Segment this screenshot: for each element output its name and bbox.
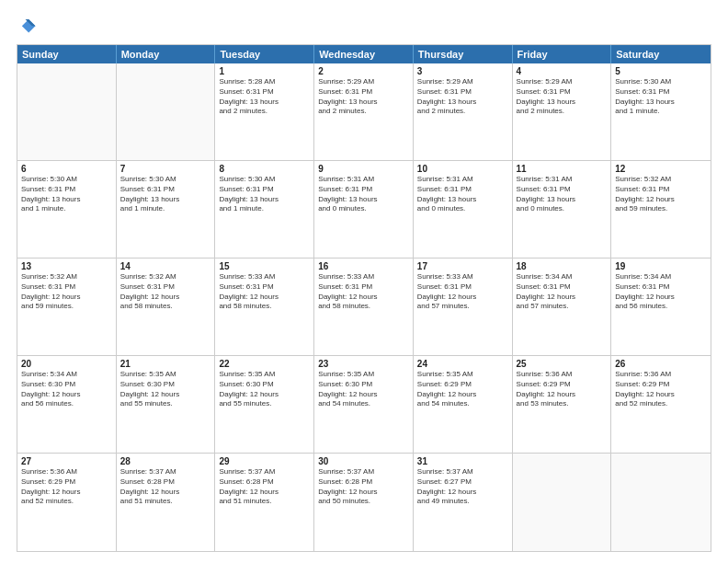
day-info: Sunrise: 5:30 AM Sunset: 6:31 PM Dayligh…: [21, 175, 112, 214]
day-cell-5: 5Sunrise: 5:30 AM Sunset: 6:31 PM Daylig…: [611, 63, 711, 160]
day-number: 31: [417, 456, 508, 466]
calendar-header: SundayMondayTuesdayWednesdayThursdayFrid…: [17, 45, 711, 63]
empty-cell: [611, 454, 711, 551]
day-cell-20: 20Sunrise: 5:34 AM Sunset: 6:30 PM Dayli…: [17, 356, 117, 453]
week-row-4: 20Sunrise: 5:34 AM Sunset: 6:30 PM Dayli…: [17, 356, 711, 454]
day-info: Sunrise: 5:31 AM Sunset: 6:31 PM Dayligh…: [318, 175, 409, 214]
day-info: Sunrise: 5:32 AM Sunset: 6:31 PM Dayligh…: [615, 175, 707, 214]
week-row-3: 13Sunrise: 5:32 AM Sunset: 6:31 PM Dayli…: [17, 259, 711, 356]
page: SundayMondayTuesdayWednesdayThursdayFrid…: [0, 0, 728, 563]
day-info: Sunrise: 5:30 AM Sunset: 6:31 PM Dayligh…: [219, 175, 310, 214]
day-cell-1: 1Sunrise: 5:28 AM Sunset: 6:31 PM Daylig…: [215, 63, 314, 160]
week-row-2: 6Sunrise: 5:30 AM Sunset: 6:31 PM Daylig…: [17, 161, 711, 259]
day-info: Sunrise: 5:33 AM Sunset: 6:31 PM Dayligh…: [318, 272, 409, 312]
day-number: 30: [318, 456, 409, 466]
day-number: 2: [318, 66, 409, 76]
day-number: 23: [318, 359, 409, 369]
week-row-1: 1Sunrise: 5:28 AM Sunset: 6:31 PM Daylig…: [17, 63, 711, 161]
day-cell-26: 26Sunrise: 5:36 AM Sunset: 6:29 PM Dayli…: [611, 356, 711, 453]
day-number: 12: [615, 164, 707, 174]
day-number: 15: [219, 261, 310, 271]
day-number: 29: [219, 456, 310, 466]
day-number: 19: [615, 261, 707, 271]
day-cell-15: 15Sunrise: 5:33 AM Sunset: 6:31 PM Dayli…: [215, 259, 314, 355]
day-cell-4: 4Sunrise: 5:29 AM Sunset: 6:31 PM Daylig…: [513, 63, 612, 160]
day-number: 7: [120, 164, 211, 174]
day-number: 8: [219, 164, 310, 174]
day-cell-9: 9Sunrise: 5:31 AM Sunset: 6:31 PM Daylig…: [314, 161, 414, 258]
day-number: 6: [21, 164, 112, 174]
calendar: SundayMondayTuesdayWednesdayThursdayFrid…: [17, 44, 711, 552]
empty-cell: [513, 454, 612, 551]
day-info: Sunrise: 5:29 AM Sunset: 6:31 PM Dayligh…: [318, 77, 409, 117]
day-number: 25: [517, 359, 608, 369]
day-number: 17: [417, 261, 508, 271]
day-number: 24: [417, 359, 508, 369]
day-number: 9: [318, 164, 409, 174]
day-cell-30: 30Sunrise: 5:37 AM Sunset: 6:28 PM Dayli…: [314, 454, 414, 551]
day-info: Sunrise: 5:37 AM Sunset: 6:27 PM Dayligh…: [417, 467, 508, 507]
day-cell-11: 11Sunrise: 5:31 AM Sunset: 6:31 PM Dayli…: [513, 161, 612, 258]
day-cell-10: 10Sunrise: 5:31 AM Sunset: 6:31 PM Dayli…: [414, 161, 513, 258]
day-number: 4: [517, 66, 608, 76]
day-info: Sunrise: 5:35 AM Sunset: 6:30 PM Dayligh…: [120, 370, 211, 409]
day-cell-3: 3Sunrise: 5:29 AM Sunset: 6:31 PM Daylig…: [414, 63, 513, 160]
day-info: Sunrise: 5:33 AM Sunset: 6:31 PM Dayligh…: [219, 272, 310, 312]
day-info: Sunrise: 5:34 AM Sunset: 6:31 PM Dayligh…: [517, 272, 608, 312]
day-cell-25: 25Sunrise: 5:36 AM Sunset: 6:29 PM Dayli…: [513, 356, 612, 453]
header-day-tuesday: Tuesday: [215, 45, 314, 63]
header-day-wednesday: Wednesday: [314, 45, 414, 63]
day-cell-23: 23Sunrise: 5:35 AM Sunset: 6:30 PM Dayli…: [314, 356, 414, 453]
day-cell-13: 13Sunrise: 5:32 AM Sunset: 6:31 PM Dayli…: [17, 259, 117, 355]
day-info: Sunrise: 5:31 AM Sunset: 6:31 PM Dayligh…: [417, 175, 508, 214]
day-info: Sunrise: 5:35 AM Sunset: 6:29 PM Dayligh…: [417, 370, 508, 409]
day-info: Sunrise: 5:36 AM Sunset: 6:29 PM Dayligh…: [21, 467, 112, 507]
day-cell-7: 7Sunrise: 5:30 AM Sunset: 6:31 PM Daylig…: [117, 161, 216, 258]
day-info: Sunrise: 5:35 AM Sunset: 6:30 PM Dayligh…: [318, 370, 409, 409]
day-info: Sunrise: 5:37 AM Sunset: 6:28 PM Dayligh…: [120, 467, 211, 507]
day-cell-22: 22Sunrise: 5:35 AM Sunset: 6:30 PM Dayli…: [215, 356, 314, 453]
day-cell-16: 16Sunrise: 5:33 AM Sunset: 6:31 PM Dayli…: [314, 259, 414, 355]
day-number: 3: [417, 66, 508, 76]
day-number: 27: [21, 456, 112, 466]
day-cell-29: 29Sunrise: 5:37 AM Sunset: 6:28 PM Dayli…: [215, 454, 314, 551]
day-cell-2: 2Sunrise: 5:29 AM Sunset: 6:31 PM Daylig…: [314, 63, 414, 160]
empty-cell: [117, 63, 216, 160]
day-number: 1: [219, 66, 310, 76]
day-number: 22: [219, 359, 310, 369]
header-day-thursday: Thursday: [414, 45, 513, 63]
day-info: Sunrise: 5:34 AM Sunset: 6:31 PM Dayligh…: [615, 272, 707, 312]
day-number: 20: [21, 359, 112, 369]
day-cell-21: 21Sunrise: 5:35 AM Sunset: 6:30 PM Dayli…: [117, 356, 216, 453]
day-number: 16: [318, 261, 409, 271]
day-info: Sunrise: 5:32 AM Sunset: 6:31 PM Dayligh…: [120, 272, 211, 312]
calendar-body: 1Sunrise: 5:28 AM Sunset: 6:31 PM Daylig…: [17, 63, 711, 551]
day-number: 28: [120, 456, 211, 466]
day-cell-18: 18Sunrise: 5:34 AM Sunset: 6:31 PM Dayli…: [513, 259, 612, 355]
day-cell-8: 8Sunrise: 5:30 AM Sunset: 6:31 PM Daylig…: [215, 161, 314, 258]
day-number: 10: [417, 164, 508, 174]
day-info: Sunrise: 5:30 AM Sunset: 6:31 PM Dayligh…: [120, 175, 211, 214]
day-cell-19: 19Sunrise: 5:34 AM Sunset: 6:31 PM Dayli…: [611, 259, 711, 355]
day-info: Sunrise: 5:34 AM Sunset: 6:30 PM Dayligh…: [21, 370, 112, 409]
header-day-saturday: Saturday: [611, 45, 711, 63]
day-cell-31: 31Sunrise: 5:37 AM Sunset: 6:27 PM Dayli…: [414, 454, 513, 551]
day-number: 26: [615, 359, 707, 369]
day-number: 5: [615, 66, 707, 76]
day-info: Sunrise: 5:28 AM Sunset: 6:31 PM Dayligh…: [219, 77, 310, 117]
day-info: Sunrise: 5:37 AM Sunset: 6:28 PM Dayligh…: [219, 467, 310, 507]
day-info: Sunrise: 5:36 AM Sunset: 6:29 PM Dayligh…: [517, 370, 608, 409]
day-info: Sunrise: 5:30 AM Sunset: 6:31 PM Dayligh…: [615, 77, 707, 117]
day-info: Sunrise: 5:32 AM Sunset: 6:31 PM Dayligh…: [21, 272, 112, 312]
header: [17, 17, 711, 37]
day-cell-17: 17Sunrise: 5:33 AM Sunset: 6:31 PM Dayli…: [414, 259, 513, 355]
day-info: Sunrise: 5:36 AM Sunset: 6:29 PM Dayligh…: [615, 370, 707, 409]
header-day-friday: Friday: [513, 45, 612, 63]
logo-icon: [17, 17, 37, 37]
day-info: Sunrise: 5:35 AM Sunset: 6:30 PM Dayligh…: [219, 370, 310, 409]
day-info: Sunrise: 5:33 AM Sunset: 6:31 PM Dayligh…: [417, 272, 508, 312]
day-info: Sunrise: 5:29 AM Sunset: 6:31 PM Dayligh…: [417, 77, 508, 117]
day-cell-6: 6Sunrise: 5:30 AM Sunset: 6:31 PM Daylig…: [17, 161, 117, 258]
day-number: 13: [21, 261, 112, 271]
header-day-sunday: Sunday: [17, 45, 117, 63]
